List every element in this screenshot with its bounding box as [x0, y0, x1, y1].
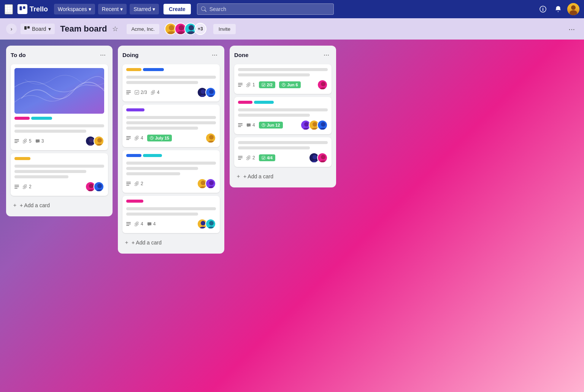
card-avatar	[94, 136, 104, 146]
card-due-date: July 15	[147, 135, 172, 141]
svg-point-17	[167, 31, 176, 35]
add-card-done[interactable]: ＋ + Add a card	[234, 170, 332, 183]
svg-rect-83	[238, 157, 243, 158]
card-menu-icon	[238, 83, 243, 87]
svg-rect-24	[14, 141, 19, 141]
svg-rect-40	[135, 90, 139, 94]
column-title-todo: To do	[11, 52, 26, 58]
card-doing-2[interactable]: 4 July 15	[122, 105, 220, 147]
card-comments: 3	[35, 138, 44, 144]
tag-teal	[31, 117, 52, 120]
card-avatar	[317, 79, 328, 90]
card-avatar	[317, 120, 328, 130]
card-avatars	[309, 152, 328, 163]
svg-point-19	[177, 31, 186, 35]
svg-point-26	[89, 138, 94, 143]
card-doing-4[interactable]: 4 4	[122, 196, 220, 233]
card-avatars	[85, 181, 104, 192]
svg-rect-7	[8, 10, 10, 12]
svg-point-80	[321, 122, 325, 127]
add-card-doing[interactable]: ＋ + Add a card	[122, 236, 220, 249]
search-box[interactable]: Search	[197, 3, 334, 15]
trello-logo[interactable]: Trello	[17, 4, 48, 14]
card-attachments: 2	[135, 181, 143, 186]
search-icon	[201, 6, 206, 12]
column-header-done: Done ···	[234, 50, 332, 60]
card-doing-1[interactable]: 2/3 4	[122, 64, 220, 102]
svg-rect-4	[8, 7, 10, 9]
card-avatar	[317, 152, 328, 163]
card-todo-1[interactable]: 5 3	[11, 64, 108, 150]
board-more-button[interactable]: ···	[565, 23, 578, 35]
svg-point-70	[321, 82, 325, 86]
column-title-done: Done	[234, 52, 249, 58]
svg-rect-65	[238, 83, 243, 84]
workspaces-button[interactable]: Workspaces ▾	[54, 4, 95, 14]
column-menu-done[interactable]: ···	[321, 50, 332, 60]
card-footer: 1 2/2 Jun 6	[238, 79, 328, 90]
card-doing-3[interactable]: 2	[122, 150, 220, 193]
grid-menu-button[interactable]	[5, 4, 13, 14]
svg-point-28	[97, 138, 102, 143]
svg-point-54	[201, 181, 205, 185]
recent-button[interactable]: Recent ▾	[98, 4, 127, 14]
user-avatar[interactable]	[567, 3, 579, 15]
svg-point-50	[208, 141, 215, 143]
card-line	[126, 76, 216, 79]
svg-rect-51	[126, 182, 131, 183]
column-todo: To do ···	[6, 46, 113, 216]
svg-point-87	[311, 160, 319, 163]
svg-point-56	[209, 181, 214, 185]
svg-point-33	[89, 184, 94, 188]
card-footer: 4 4	[126, 219, 216, 229]
svg-rect-30	[14, 185, 19, 186]
svg-rect-45	[126, 136, 131, 137]
star-button[interactable]: ☆	[111, 23, 120, 35]
sidebar-toggle-button[interactable]: ›	[6, 24, 17, 34]
svg-rect-39	[126, 94, 129, 94]
add-card-todo[interactable]: ＋ + Add a card	[11, 199, 108, 212]
app-header: Trello Workspaces ▾ Recent ▾ Starred ▾ C…	[0, 0, 584, 18]
svg-point-55	[199, 186, 207, 189]
card-attachments: 4	[135, 135, 143, 141]
card-done-3[interactable]: 2 4/4	[234, 137, 332, 167]
column-menu-todo[interactable]: ···	[98, 50, 108, 60]
invite-button[interactable]: Invite	[213, 24, 236, 34]
card-done-1[interactable]: 1 2/2 Jun 6	[234, 64, 332, 94]
card-menu-icon	[14, 185, 19, 189]
svg-point-44	[208, 95, 215, 98]
card-footer: 4 Jun 12	[238, 120, 328, 130]
svg-rect-68	[262, 83, 265, 86]
column-menu-doing[interactable]: ···	[209, 50, 220, 60]
notifications-button[interactable]	[552, 3, 564, 15]
svg-point-35	[97, 184, 102, 188]
card-line	[238, 146, 310, 149]
member-extra-badge[interactable]: +3	[194, 23, 206, 35]
svg-point-79	[311, 128, 319, 130]
card-done-2[interactable]: 4 Jun 12	[234, 97, 332, 134]
card-menu-icon	[126, 90, 131, 94]
create-button[interactable]: Create	[163, 4, 191, 14]
board-view-button[interactable]: Board ▾	[21, 24, 55, 34]
card-avatars	[85, 136, 104, 146]
svg-rect-0	[5, 5, 7, 7]
svg-rect-72	[238, 123, 243, 124]
svg-rect-6	[5, 10, 7, 12]
svg-rect-1	[8, 5, 10, 7]
starred-button[interactable]: Starred ▾	[130, 4, 159, 14]
card-line	[238, 141, 328, 144]
svg-point-27	[87, 144, 95, 146]
card-footer: 2/3 4	[126, 87, 216, 98]
card-line	[14, 124, 104, 127]
workspace-chip[interactable]: Acme, Inc.	[127, 24, 159, 34]
card-comments: 4	[246, 122, 255, 128]
board-icon	[24, 26, 30, 32]
card-tags	[14, 117, 104, 123]
info-button[interactable]	[537, 3, 549, 15]
tag-blue	[126, 154, 141, 157]
card-attachments: 4	[135, 221, 143, 227]
board-canvas: To do ···	[0, 40, 584, 392]
card-attachments: 1	[246, 82, 255, 87]
svg-rect-38	[126, 92, 131, 93]
card-todo-2[interactable]: 2	[11, 153, 108, 196]
